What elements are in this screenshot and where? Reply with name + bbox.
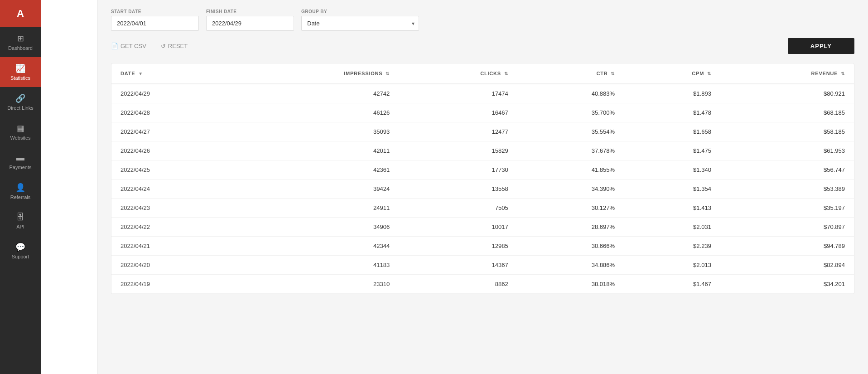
cell-revenue: $80.921 (720, 84, 854, 103)
cell-date: 2022/04/26 (111, 141, 234, 160)
sort-icon-ctr: ⇅ (611, 71, 615, 76)
sidebar-item-referrals[interactable]: 👤 Referrals (0, 176, 41, 206)
cell-impressions: 24911 (234, 199, 399, 218)
sidebar-item-label: API (16, 224, 24, 229)
cell-clicks: 7505 (399, 199, 517, 218)
cell-date: 2022/04/23 (111, 199, 234, 218)
cell-date: 2022/04/20 (111, 256, 234, 275)
cell-cpm: $2.031 (624, 218, 720, 237)
cell-date: 2022/04/22 (111, 218, 234, 237)
cell-revenue: $34.201 (720, 275, 854, 294)
table-row: 2022/04/2324911750530.127%$1.413$35.197 (111, 199, 854, 218)
cell-impressions: 41183 (234, 256, 399, 275)
reset-icon: ↺ (161, 43, 166, 49)
cell-revenue: $56.747 (720, 160, 854, 180)
sort-icon-revenue: ⇅ (841, 71, 845, 76)
reset-label: RESET (168, 43, 188, 49)
sidebar-item-label: Referrals (10, 194, 31, 200)
table-row: 2022/04/24394241355834.390%$1.354$53.389 (111, 180, 854, 199)
payments-icon: ▬ (16, 153, 24, 163)
statistics-icon: 📈 (15, 63, 25, 73)
cell-date: 2022/04/29 (111, 84, 234, 103)
cell-impressions: 42011 (234, 141, 399, 160)
sub-sidebar (41, 0, 97, 374)
cell-clicks: 17730 (399, 160, 517, 180)
cell-impressions: 39424 (234, 180, 399, 199)
sidebar-item-label: Support (12, 254, 29, 259)
sidebar-item-dashboard[interactable]: ⊞ Dashboard (0, 27, 41, 57)
table-row: 2022/04/21423441298530.666%$2.239$94.789 (111, 237, 854, 256)
cell-cpm: $1.340 (624, 160, 720, 180)
sort-icon-impressions: ⇅ (386, 71, 390, 76)
sort-icon-clicks: ⇅ (504, 71, 508, 76)
cell-ctr: 40.883% (517, 84, 624, 103)
cell-cpm: $1.413 (624, 199, 720, 218)
apply-button[interactable]: APPLY (788, 38, 854, 54)
get-csv-button[interactable]: 📄 GET CSV (111, 40, 146, 52)
cell-clicks: 14367 (399, 256, 517, 275)
statistics-table: DATE ▼ IMPRESSIONS ⇅ CLICKS ⇅ CTR (111, 63, 854, 294)
action-row: 📄 GET CSV ↺ RESET APPLY (111, 38, 854, 54)
cell-impressions: 42344 (234, 237, 399, 256)
sort-icon-date: ▼ (138, 71, 143, 76)
cell-clicks: 16467 (399, 103, 517, 122)
table-row: 2022/04/28461261646735.700%$1.478$68.185 (111, 103, 854, 122)
finish-date-input[interactable] (206, 16, 294, 31)
sidebar-item-support[interactable]: 💬 Support (0, 236, 41, 266)
table-row: 2022/04/1923310886238.018%$1.467$34.201 (111, 275, 854, 294)
support-icon: 💬 (15, 242, 25, 252)
sidebar-item-label: Websites (10, 135, 30, 141)
sidebar-item-payments[interactable]: ▬ Payments (0, 147, 41, 176)
cell-clicks: 13558 (399, 180, 517, 199)
col-header-impressions[interactable]: IMPRESSIONS ⇅ (234, 63, 399, 84)
col-header-date[interactable]: DATE ▼ (111, 63, 234, 84)
cell-clicks: 10017 (399, 218, 517, 237)
table-row: 2022/04/26420111582937.678%$1.475$61.953 (111, 141, 854, 160)
cell-impressions: 35093 (234, 122, 399, 141)
cell-revenue: $53.389 (720, 180, 854, 199)
cell-date: 2022/04/24 (111, 180, 234, 199)
sidebar-item-direct-links[interactable]: 🔗 Direct Links (0, 87, 41, 117)
group-by-select[interactable]: Date Week Month (301, 16, 419, 31)
table-row: 2022/04/20411831436734.886%$2.013$82.894 (111, 256, 854, 275)
cell-cpm: $1.475 (624, 141, 720, 160)
cell-clicks: 12477 (399, 122, 517, 141)
sidebar-item-websites[interactable]: ▦ Websites (0, 117, 41, 147)
cell-revenue: $82.894 (720, 256, 854, 275)
sidebar: A ⊞ Dashboard 📈 Statistics 🔗 Direct Link… (0, 0, 41, 374)
cell-cpm: $2.013 (624, 256, 720, 275)
sidebar-item-label: Payments (10, 165, 32, 170)
reset-button[interactable]: ↺ RESET (155, 40, 193, 52)
cell-impressions: 34906 (234, 218, 399, 237)
cell-cpm: $1.467 (624, 275, 720, 294)
sidebar-item-statistics[interactable]: 📈 Statistics (0, 57, 41, 87)
cell-impressions: 23310 (234, 275, 399, 294)
cell-date: 2022/04/27 (111, 122, 234, 141)
cell-cpm: $2.239 (624, 237, 720, 256)
cell-ctr: 38.018% (517, 275, 624, 294)
cell-ctr: 35.554% (517, 122, 624, 141)
table-row: 2022/04/29427421747440.883%$1.893$80.921 (111, 84, 854, 103)
sidebar-item-label: Statistics (10, 75, 30, 81)
csv-label: GET CSV (121, 43, 146, 49)
col-header-ctr[interactable]: CTR ⇅ (517, 63, 624, 84)
cell-revenue: $68.185 (720, 103, 854, 122)
cell-revenue: $35.197 (720, 199, 854, 218)
start-date-input[interactable] (111, 16, 199, 31)
group-by-group: GROUP BY Date Week Month (301, 9, 419, 31)
group-by-wrapper: Date Week Month (301, 16, 419, 31)
main-content: START DATE FINISH DATE GROUP BY Date Wee… (97, 0, 868, 374)
cell-cpm: $1.893 (624, 84, 720, 103)
cell-revenue: $58.185 (720, 122, 854, 141)
cell-date: 2022/04/19 (111, 275, 234, 294)
col-header-cpm[interactable]: CPM ⇅ (624, 63, 720, 84)
table-header: DATE ▼ IMPRESSIONS ⇅ CLICKS ⇅ CTR (111, 63, 854, 84)
col-header-clicks[interactable]: CLICKS ⇅ (399, 63, 517, 84)
col-header-revenue[interactable]: REVENUE ⇅ (720, 63, 854, 84)
sidebar-item-api[interactable]: 🗄 API (0, 206, 41, 236)
cell-clicks: 8862 (399, 275, 517, 294)
cell-ctr: 34.886% (517, 256, 624, 275)
data-table-container: DATE ▼ IMPRESSIONS ⇅ CLICKS ⇅ CTR (111, 63, 854, 294)
start-date-label: START DATE (111, 9, 199, 14)
dashboard-icon: ⊞ (17, 34, 24, 44)
